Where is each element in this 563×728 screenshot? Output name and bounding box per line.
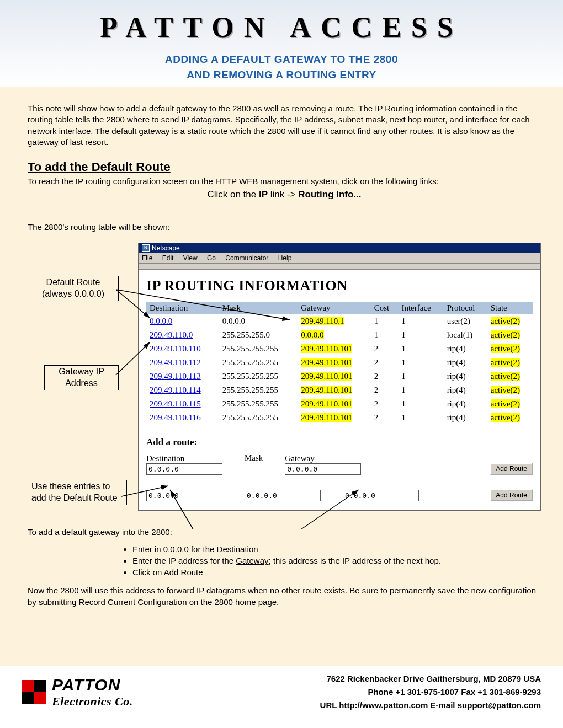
gateway-input[interactable] (285, 463, 361, 475)
browser-toolbar (139, 264, 540, 270)
mask-input[interactable] (245, 490, 321, 501)
cell-state: active(2) (491, 386, 520, 394)
label-mask: Mask (245, 453, 263, 463)
table-header-row: Destination Mask Gateway Cost Interface … (146, 302, 533, 314)
footer-phone: Phone +1 301-975-1007 Fax +1 301-869-929… (144, 686, 541, 699)
destination-link[interactable]: 209.49.110.116 (150, 413, 201, 422)
closing-paragraph: Now the 2800 will use this address to fo… (28, 585, 541, 608)
cell-protocol: rip(4) (444, 370, 487, 383)
destination-input[interactable] (146, 463, 222, 475)
cell-gateway: 209.49.110.101 (301, 386, 352, 394)
page-heading: IP ROUTING INFORMATION (146, 277, 533, 294)
logo-text: PATTON Electronics Co. (52, 676, 133, 709)
intro-paragraph: This note will show how to add a default… (28, 103, 541, 148)
menu-file[interactable]: File (142, 254, 152, 262)
click-path-ip: IP (259, 189, 268, 200)
menu-edit[interactable]: Edit (162, 254, 174, 262)
click-path-pre: Click on the (207, 189, 259, 200)
destination-link[interactable]: 209.49.110.115 (150, 399, 201, 408)
cell-protocol: rip(4) (444, 411, 487, 425)
cell-mask: 0.0.0.0 (219, 314, 298, 328)
destination-link[interactable]: 209.49.110.110 (150, 344, 201, 353)
col-mask: Mask (219, 302, 298, 314)
cell-gateway: 209.49.110.101 (301, 344, 352, 353)
destination-link[interactable]: 209.49.110.112 (150, 358, 201, 367)
main-title: PATTON ACCESS (22, 11, 541, 44)
cell-mask: 255.255.255.255 (219, 397, 298, 411)
table-row: 0.0.0.00.0.0.0209.49.110.111user(2)activ… (146, 314, 533, 328)
cell-mask: 255.255.255.255 (219, 411, 298, 425)
destination-link[interactable]: 209.49.110.113 (150, 372, 201, 381)
browser-titlebar: N Netscape (139, 243, 540, 253)
table-row: 209.49.110.112255.255.255.255209.49.110.… (146, 356, 533, 370)
browser-menubar: File Edit View Go Communicator Help (139, 253, 540, 264)
cell-state: active(2) (491, 317, 520, 325)
content-area: This note will show how to add a default… (0, 87, 563, 666)
menu-go[interactable]: Go (207, 254, 216, 262)
add-route-button[interactable]: Add Route (490, 463, 533, 475)
cell-cost: 1 (371, 328, 399, 342)
document-header: PATTON ACCESS ADDING A DEFAULT GATEWAY T… (0, 0, 563, 87)
footer-contact: 7622 Rickenbacker Drive Gaithersburg, MD… (144, 672, 541, 712)
col-state: State (487, 302, 533, 314)
cell-gateway: 209.49.110.1 (301, 317, 344, 325)
logo-squares-icon (22, 680, 46, 704)
cell-gateway: 209.49.110.101 (301, 372, 352, 381)
click-path: Click on the IP link -> Routing Info... (28, 189, 541, 200)
cell-cost: 2 (371, 370, 399, 383)
cell-protocol: local(1) (444, 328, 487, 342)
label-destination: Destination (146, 454, 222, 463)
col-gateway: Gateway (298, 302, 370, 314)
company-logo: PATTON Electronics Co. (22, 676, 133, 709)
cell-protocol: rip(4) (444, 383, 487, 397)
cell-state: active(2) (491, 399, 520, 408)
cell-cost: 2 (371, 356, 399, 370)
cell-interface: 1 (398, 314, 443, 328)
browser-screenshot: N Netscape File Edit View Go Communicato… (138, 243, 541, 511)
destination-link[interactable]: 209.49.110.114 (150, 386, 201, 394)
destination-link[interactable]: 209.49.110.0 (150, 330, 193, 339)
menu-help[interactable]: Help (278, 254, 292, 262)
table-row: 209.49.110.115255.255.255.255209.49.110.… (146, 397, 533, 411)
bullet-list: Enter in 0.0.0.0 for the DestinationEnte… (110, 544, 541, 577)
cell-cost: 2 (371, 342, 399, 356)
cell-state: active(2) (491, 330, 520, 339)
callout-gateway-ip: Gateway IP Address (44, 365, 119, 390)
cell-mask: 255.255.255.255 (219, 370, 298, 383)
col-cost: Cost (371, 302, 399, 314)
table-row: 209.49.110.110255.255.255.255209.49.110.… (146, 342, 533, 356)
cell-gateway: 209.49.110.101 (301, 399, 352, 408)
destination-input[interactable] (146, 490, 222, 501)
menu-view[interactable]: View (183, 254, 198, 262)
closing-post: on the 2800 home page. (187, 597, 279, 607)
cell-state: active(2) (491, 344, 520, 353)
closing-link: Record Current Configuration (79, 597, 187, 607)
add-route-row: Destination.GatewayAdd Route (146, 480, 533, 501)
cell-mask: 255.255.255.255 (219, 383, 298, 397)
cell-interface: 1 (398, 370, 443, 383)
cell-state: active(2) (491, 413, 520, 422)
callout-entries: Use these entries to add the Default Rou… (28, 480, 127, 505)
after-text: To add a default gateway into the 2800: (28, 527, 541, 537)
bullet-item: Click on Add Route (132, 568, 541, 577)
add-route-button[interactable]: Add Route (490, 489, 533, 501)
cell-state: active(2) (491, 372, 520, 381)
cell-gateway: 0.0.0.0 (301, 330, 323, 339)
instruction-paragraph: To reach the IP routing configuration sc… (28, 176, 541, 186)
cell-protocol: user(2) (444, 314, 487, 328)
cell-gateway: 209.49.110.101 (301, 358, 352, 367)
bullet-item: Enter the IP address for the Gateway; th… (132, 556, 541, 565)
table-row: 209.49.110.0255.255.255.00.0.0.011local(… (146, 328, 533, 342)
footer-url: URL http://www.patton.com E-mail support… (144, 699, 541, 712)
callout-default-route: Default Route (always 0.0.0.0) (28, 276, 119, 301)
cell-interface: 1 (398, 356, 443, 370)
browser-title: Netscape (152, 244, 180, 252)
cell-protocol: rip(4) (444, 342, 487, 356)
cell-gateway: 209.49.110.101 (301, 413, 352, 422)
menu-communicator[interactable]: Communicator (225, 254, 268, 262)
cell-mask: 255.255.255.255 (219, 342, 298, 356)
col-interface: Interface (398, 302, 443, 314)
destination-link[interactable]: 0.0.0.0 (150, 317, 172, 325)
cell-cost: 2 (371, 397, 399, 411)
gateway-input[interactable] (343, 490, 419, 501)
